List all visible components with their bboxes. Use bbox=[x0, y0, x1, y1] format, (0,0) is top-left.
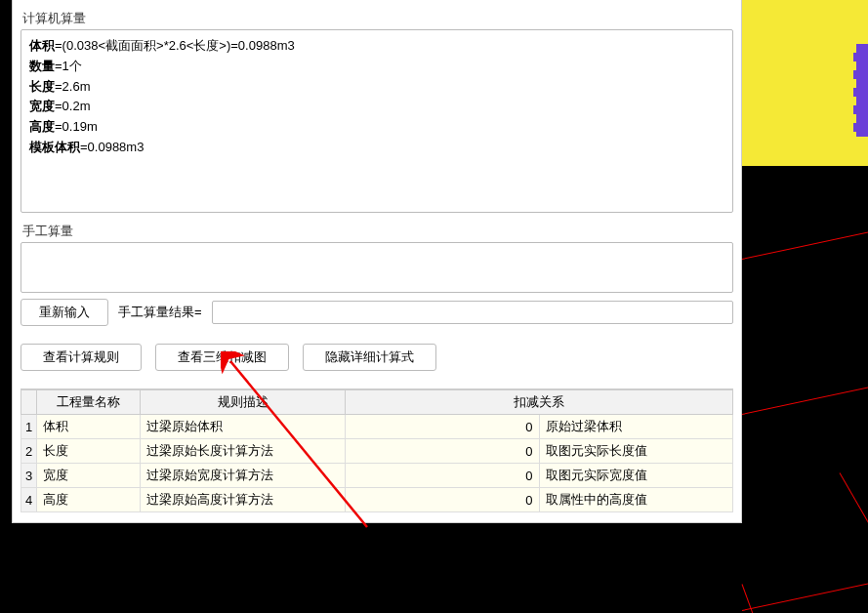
view-calc-rules-button[interactable]: 查看计算规则 bbox=[21, 344, 142, 371]
calc-line: 高度=0.19m bbox=[29, 117, 724, 138]
calculation-panel: 计算机算量 体积=(0.038<截面面积>*2.6<长度>)=0.0988m3 … bbox=[12, 0, 742, 523]
calc-line: 数量=1个 bbox=[29, 57, 724, 77]
viewport-yellow-surface bbox=[741, 0, 868, 166]
calc-line: 模板体积=0.0988m3 bbox=[29, 138, 724, 158]
hide-detail-formula-button[interactable]: 隐藏详细计算式 bbox=[303, 344, 436, 371]
manual-result-label: 手工算量结果= bbox=[118, 304, 202, 321]
quantity-table: 工程量名称 规则描述 扣减关系 1 体积 过梁原始体积 0 原始过梁体积 2 长… bbox=[21, 388, 733, 512]
table-row[interactable]: 2 长度 过梁原始长度计算方法 0 取图元实际长度值 bbox=[21, 439, 733, 464]
computer-calc-section-label: 计算机算量 bbox=[22, 10, 733, 27]
viewport-purple-edge bbox=[856, 44, 868, 137]
reinput-button[interactable]: 重新输入 bbox=[21, 299, 108, 326]
computer-calc-output[interactable]: 体积=(0.038<截面面积>*2.6<长度>)=0.0988m3 数量=1个 … bbox=[21, 29, 733, 213]
table-row[interactable]: 1 体积 过梁原始体积 0 原始过梁体积 bbox=[21, 415, 733, 439]
manual-calc-section-label: 手工算量 bbox=[22, 223, 733, 240]
table-header-deduction: 扣减关系 bbox=[346, 390, 733, 415]
calc-line: 宽度=0.2m bbox=[29, 97, 724, 117]
table-row[interactable]: 3 宽度 过梁原始宽度计算方法 0 取图元实际宽度值 bbox=[21, 464, 733, 488]
calc-line: 长度=2.6m bbox=[29, 77, 724, 98]
table-header-name: 工程量名称 bbox=[37, 390, 141, 415]
view-3d-deduction-button[interactable]: 查看三维扣减图 bbox=[155, 344, 289, 371]
table-row[interactable]: 4 高度 过梁原始高度计算方法 0 取属性中的高度值 bbox=[21, 488, 733, 512]
calc-line: 体积=(0.038<截面面积>*2.6<长度>)=0.0988m3 bbox=[29, 36, 724, 57]
manual-calc-input-area[interactable] bbox=[21, 242, 733, 293]
manual-result-input[interactable] bbox=[212, 301, 733, 324]
table-header-rule: 规则描述 bbox=[141, 390, 346, 415]
table-header-index bbox=[21, 390, 37, 415]
